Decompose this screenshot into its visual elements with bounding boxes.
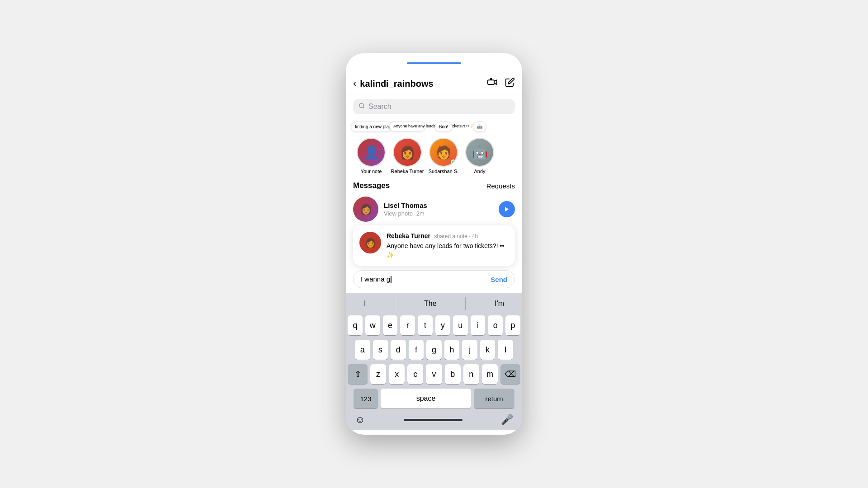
key-t[interactable]: t: [418, 315, 433, 335]
key-f[interactable]: f: [409, 340, 424, 360]
return-key[interactable]: return: [474, 389, 514, 408]
messages-label: Messages: [353, 181, 390, 190]
key-v[interactable]: v: [426, 364, 442, 384]
story-avatar-your-note: 👤: [357, 138, 386, 167]
story-note-andy: 🤖: [473, 122, 486, 132]
key-m[interactable]: m: [482, 364, 498, 384]
key-l[interactable]: l: [498, 340, 513, 360]
phone-frame: ‹ kalindi_rainbows: [346, 53, 522, 435]
key-w[interactable]: w: [365, 315, 380, 335]
play-button-lisel[interactable]: [499, 201, 515, 217]
space-key[interactable]: space: [381, 389, 471, 408]
key-k[interactable]: k: [480, 340, 495, 360]
key-s[interactable]: s: [373, 340, 388, 360]
online-indicator-sudarshan: [451, 160, 456, 165]
message-preview-lisel: View photo 2m: [384, 210, 493, 217]
keyboard-row-2: a s d f g h j k l: [348, 340, 520, 360]
keyboard-row-1: q w e r t y u i o p: [348, 315, 520, 335]
dm-popup-message: Anyone have any leads for two tickets?! …: [387, 242, 509, 259]
dm-popup-meta: shared a note · 4h: [434, 233, 478, 239]
dm-popup-name: Rebeka Turner: [387, 232, 430, 239]
page-title: kalindi_rainbows: [360, 79, 433, 89]
dm-popup: 👩 Rebeka Turner shared a note · 4h Anyon…: [353, 225, 515, 266]
key-o[interactable]: o: [488, 315, 503, 335]
story-avatar-sudarshan: 🧑: [429, 138, 458, 167]
keyboard-suggestions: I The I'm: [346, 293, 522, 313]
key-u[interactable]: u: [453, 315, 468, 335]
shift-key[interactable]: ⇧: [348, 364, 368, 384]
svg-point-2: [359, 103, 363, 108]
story-item-andy[interactable]: 🤖 🤖 Andy: [462, 122, 498, 174]
message-name-lisel: Lisel Thomas: [384, 202, 493, 209]
key-n[interactable]: n: [463, 364, 479, 384]
dm-popup-avatar: 👩: [359, 232, 381, 253]
key-z[interactable]: z: [370, 364, 386, 384]
compose-icon[interactable]: [505, 77, 515, 90]
key-j[interactable]: j: [462, 340, 477, 360]
key-x[interactable]: x: [389, 364, 405, 384]
key-a[interactable]: a: [355, 340, 370, 360]
status-indicator: [407, 62, 461, 64]
story-item-your-note[interactable]: finding a new playlist >>> 👤 Your note: [353, 122, 389, 174]
stories-row: finding a new playlist >>> 👤 Your note A…: [346, 118, 522, 178]
dm-popup-header: Rebeka Turner shared a note · 4h: [387, 232, 509, 240]
numbers-key[interactable]: 123: [354, 389, 378, 408]
story-item-sudarshan[interactable]: Boo! 🧑 Sudarshan S.: [425, 122, 462, 174]
app-header: ‹ kalindi_rainbows: [346, 73, 522, 95]
keyboard-row-4: 123 space return: [348, 389, 520, 408]
story-item-rebeka[interactable]: Anyone have any leads for two tickets?! …: [389, 122, 425, 174]
keyboard-row-3: ⇧ z x c v b n m ⌫: [348, 364, 520, 384]
dm-popup-content: Rebeka Turner shared a note · 4h Anyone …: [387, 232, 509, 259]
story-note-sudarshan: Boo!: [435, 122, 453, 132]
mic-icon[interactable]: 🎤: [501, 414, 513, 426]
story-note-rebeka: Anyone have any leads for two tickets?! …: [389, 122, 425, 131]
search-bar[interactable]: Search: [353, 99, 515, 114]
video-call-icon[interactable]: [487, 77, 498, 90]
message-info-lisel: Lisel Thomas View photo 2m: [384, 202, 493, 217]
emoji-icon[interactable]: ☺: [355, 414, 365, 426]
send-button[interactable]: Send: [491, 276, 507, 283]
keyboard-bottom-bar: ☺ 🎤: [346, 411, 522, 430]
message-avatar-lisel: 👩: [353, 197, 378, 222]
requests-button[interactable]: Requests: [486, 182, 515, 190]
delete-key[interactable]: ⌫: [500, 364, 520, 384]
reply-input[interactable]: I wanna g: [361, 275, 491, 283]
suggestion-im[interactable]: I'm: [487, 298, 511, 310]
header-left: ‹ kalindi_rainbows: [353, 78, 434, 89]
key-g[interactable]: g: [426, 340, 442, 360]
svg-rect-1: [490, 78, 492, 80]
home-indicator: [404, 419, 462, 421]
divider-1: [395, 297, 395, 310]
header-icons: [487, 77, 515, 90]
key-c[interactable]: c: [407, 364, 423, 384]
search-icon: [359, 103, 365, 111]
svg-marker-4: [505, 207, 509, 212]
key-p[interactable]: p: [505, 315, 520, 335]
message-item-lisel[interactable]: 👩 Lisel Thomas View photo 2m: [346, 193, 522, 225]
svg-rect-0: [488, 80, 494, 84]
reply-input-container[interactable]: I wanna g Send: [353, 270, 515, 288]
key-e[interactable]: e: [383, 315, 398, 335]
key-b[interactable]: b: [445, 364, 461, 384]
story-name-your-note: Your note: [361, 169, 382, 174]
key-r[interactable]: r: [400, 315, 415, 335]
key-y[interactable]: y: [435, 315, 450, 335]
search-placeholder: Search: [368, 103, 392, 111]
story-avatar-rebeka: 👩: [393, 138, 422, 167]
suggestion-the[interactable]: The: [417, 298, 444, 310]
story-avatar-andy: 🤖: [465, 138, 494, 167]
key-h[interactable]: h: [444, 340, 460, 360]
key-q[interactable]: q: [348, 315, 363, 335]
key-i[interactable]: i: [471, 315, 486, 335]
story-name-andy: Andy: [474, 169, 485, 174]
suggestion-i[interactable]: I: [357, 298, 373, 310]
back-button[interactable]: ‹: [353, 78, 356, 89]
status-bar: [346, 53, 522, 73]
story-name-sudarshan: Sudarshan S.: [429, 169, 459, 174]
divider-2: [465, 297, 466, 310]
key-d[interactable]: d: [391, 340, 406, 360]
messages-header: Messages Requests: [346, 178, 522, 193]
svg-line-3: [363, 107, 364, 108]
keyboard: q w e r t y u i o p a s d f g h j k l ⇧ …: [346, 313, 522, 411]
story-note-your-note: finding a new playlist >>>: [351, 122, 392, 132]
